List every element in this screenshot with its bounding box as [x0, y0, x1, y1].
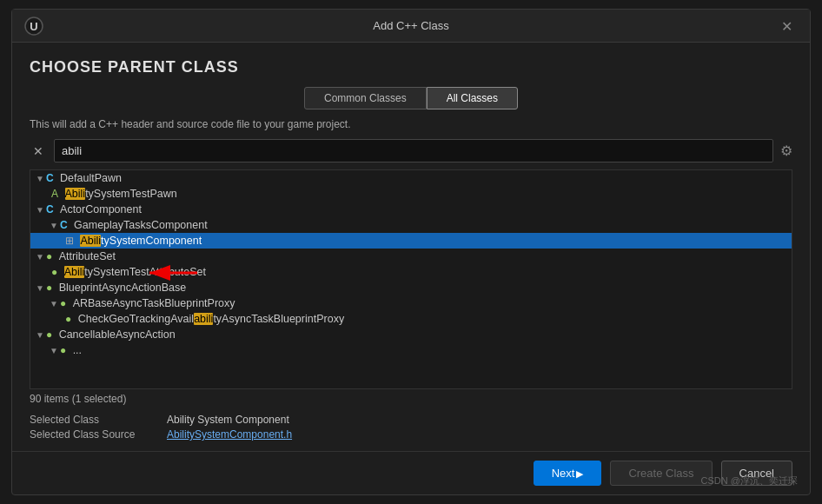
next-button[interactable]: Next▶: [534, 461, 602, 486]
list-item[interactable]: ▼ ● ARBaseAsyncTaskBlueprintProxy: [30, 295, 792, 311]
list-item[interactable]: ▼ ● BlueprintAsyncActionBase: [30, 280, 792, 295]
selected-class-label: Selected Class: [30, 414, 160, 426]
class-icon: C: [60, 219, 68, 231]
subtitle-text: This will add a C++ header and source co…: [30, 118, 792, 130]
tree-arrow-icon: ▼: [50, 221, 58, 230]
tree-arrow-icon: ▼: [36, 252, 44, 262]
ue-logo-icon: U: [24, 17, 43, 36]
class-name: AttributeSet: [59, 250, 116, 262]
class-name: AbilitySystemComponent: [80, 235, 202, 247]
tree-arrow-icon: ▼: [36, 283, 44, 293]
class-icon: ●: [46, 328, 52, 341]
svg-text:U: U: [30, 19, 37, 32]
class-name: CheckGeoTrackingAvailabilityAsyncTaskBlu…: [78, 313, 344, 325]
list-item-ability-system-component[interactable]: ⊞ AbilitySystemComponent: [30, 233, 792, 249]
class-list[interactable]: ▼ C DefaultPawn A AbilitySystemTestPawn …: [30, 169, 792, 389]
class-name: DefaultPawn: [60, 172, 122, 184]
dialog-title: Add C++ Class: [373, 19, 448, 32]
list-item[interactable]: ▼ C GameplayTasksComponent: [30, 217, 792, 233]
next-arrow-icon: ▶: [576, 468, 583, 479]
class-name: ARBaseAsyncTaskBlueprintProxy: [73, 297, 235, 309]
tree-arrow-icon: ▼: [36, 330, 44, 340]
class-icon: ●: [46, 250, 52, 262]
tree-arrow-icon: ▼: [50, 299, 58, 308]
search-clear-icon[interactable]: ✕: [30, 144, 47, 158]
title-bar: U Add C++ Class ✕: [12, 10, 810, 43]
info-row-selected-class: Selected Class Ability System Component: [30, 414, 792, 426]
class-name: GameplayTasksComponent: [74, 219, 208, 231]
class-name: BlueprintAsyncActionBase: [59, 282, 187, 294]
selected-class-source-value[interactable]: AbilitySystemComponent.h: [167, 428, 292, 441]
class-icon: C: [46, 203, 54, 216]
class-icon: C: [46, 172, 54, 184]
class-type-tabs: Common Classes All Classes: [30, 87, 792, 109]
main-content: CHOOSE PARENT CLASS Common Classes All C…: [12, 43, 810, 451]
class-icon: ●: [46, 282, 52, 294]
item-count-text: 90 items (1 selected): [30, 393, 126, 405]
tree-arrow-icon: ▼: [50, 346, 58, 355]
tab-all-classes[interactable]: All Classes: [427, 87, 518, 109]
search-input[interactable]: [54, 139, 773, 162]
class-icon: ●: [51, 266, 57, 278]
selected-class-source-label: Selected Class Source: [30, 428, 160, 441]
list-item[interactable]: ● CheckGeoTrackingAvailabilityAsyncTaskB…: [30, 311, 792, 327]
class-icon: ●: [60, 344, 66, 356]
list-item[interactable]: A AbilitySystemTestPawn: [30, 186, 792, 202]
class-name: AbilitySystemTestAttributeSet: [64, 266, 206, 278]
info-section: Selected Class Ability System Component …: [30, 405, 792, 441]
class-name: CancellableAsyncAction: [59, 328, 176, 341]
list-item[interactable]: ▼ ● AttributeSet: [30, 249, 792, 264]
class-name: AbilitySystemTestPawn: [65, 188, 177, 200]
tab-common-classes[interactable]: Common Classes: [304, 87, 427, 109]
list-item[interactable]: ▼ C DefaultPawn: [30, 170, 792, 186]
search-row: ✕ ⚙: [30, 139, 792, 162]
class-icon: ●: [65, 313, 71, 325]
selected-class-value: Ability System Component: [167, 414, 289, 426]
list-item[interactable]: ▼ C ActorComponent: [30, 202, 792, 217]
close-button[interactable]: ✕: [776, 16, 798, 36]
class-icon: ⊞: [65, 235, 74, 247]
add-cpp-class-dialog: U Add C++ Class ✕ CHOOSE PARENT CLASS Co…: [11, 9, 811, 495]
tree-arrow-icon: ▼: [36, 205, 44, 215]
list-item[interactable]: ● AbilitySystemTestAttributeSet: [30, 264, 792, 280]
settings-icon[interactable]: ⚙: [780, 143, 792, 159]
status-bar: 90 items (1 selected): [30, 389, 792, 405]
tree-arrow-icon: ▼: [36, 174, 44, 183]
bottom-bar: Next▶ Create Class Cancel: [12, 451, 810, 494]
create-class-button[interactable]: Create Class: [610, 461, 712, 486]
list-item[interactable]: ▼ ● ...: [30, 342, 792, 358]
list-item[interactable]: ▼ ● CancellableAsyncAction: [30, 327, 792, 342]
section-title: CHOOSE PARENT CLASS: [30, 58, 792, 76]
class-name: ...: [73, 344, 82, 356]
class-icon: ●: [60, 297, 66, 309]
watermark-text: CSDN @浮沉、奕迁琛: [701, 474, 798, 487]
info-row-selected-class-source: Selected Class Source AbilitySystemCompo…: [30, 428, 792, 441]
class-name: ActorComponent: [60, 203, 142, 216]
class-icon: A: [51, 188, 58, 200]
